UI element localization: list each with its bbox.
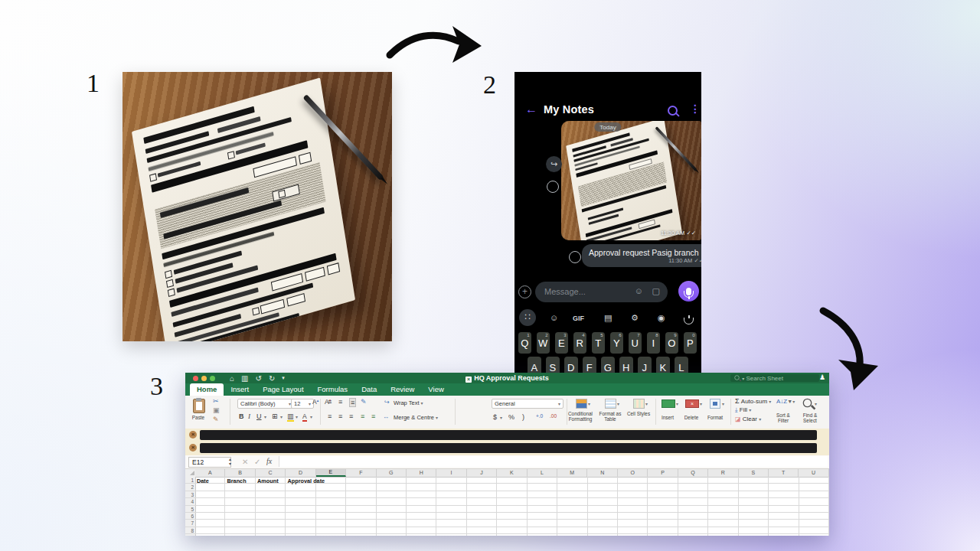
column-header-s[interactable]: S [739, 469, 769, 477]
bold-button[interactable]: B [239, 412, 244, 420]
cell-c1-amount[interactable]: Amount [257, 478, 279, 484]
gif-button[interactable]: GIF [573, 315, 584, 322]
percent-icon[interactable]: % [508, 413, 514, 421]
underline-dropdown-icon[interactable]: ▾ [264, 414, 266, 419]
format-painter-icon[interactable]: ✎ [213, 416, 219, 423]
fx-icon[interactable]: fx [266, 457, 272, 465]
underline-button[interactable]: U [256, 412, 262, 420]
name-box[interactable]: E12 [188, 457, 231, 468]
font-color-icon[interactable]: A [302, 412, 307, 422]
cancel-entry-icon[interactable]: ✕ [242, 458, 248, 466]
conditional-formatting-icon[interactable] [576, 399, 587, 409]
merge-centre-label[interactable]: Merge & Centre ▾ [394, 414, 438, 421]
kebab-menu-icon[interactable]: ⋮ [690, 103, 701, 115]
tab-review[interactable]: Review [384, 383, 421, 396]
row-header-1[interactable]: 1 [185, 477, 195, 484]
format-as-table-label[interactable]: Format as Table [595, 411, 626, 422]
key-p[interactable]: P0 [684, 332, 697, 354]
key-w[interactable]: W2 [537, 332, 550, 354]
orientation-icon[interactable]: ✎ [361, 398, 367, 406]
column-header-c[interactable]: C [256, 469, 286, 477]
column-header-k[interactable]: K [497, 469, 527, 477]
sticker-panel-icon[interactable]: ☺ [550, 313, 558, 322]
column-header-d[interactable]: D [286, 469, 315, 477]
row-header-8[interactable]: 8 [185, 527, 195, 534]
palette-icon[interactable]: ◉ [658, 313, 665, 323]
cell-b1-branch[interactable]: Branch [227, 478, 247, 484]
search-sheet-box[interactable]: ▾ Search Sheet [730, 374, 819, 382]
wrap-text-label[interactable]: Wrap Text ▾ [394, 399, 423, 406]
number-format-select[interactable]: General▾ [492, 399, 564, 409]
column-header-u[interactable]: U [799, 469, 828, 477]
align-top-icon[interactable]: ≡ [328, 398, 332, 406]
increase-font-icon[interactable]: A▴ [312, 398, 318, 406]
insert-cells-icon[interactable] [662, 399, 675, 408]
italic-button[interactable]: I [248, 412, 250, 420]
account-person-icon[interactable]: ♟ [819, 373, 825, 381]
select-message-circle[interactable] [569, 251, 581, 263]
column-header-f[interactable]: F [346, 469, 376, 477]
row-header-6[interactable]: 6 [185, 513, 195, 520]
sticker-icon[interactable]: ▢ [652, 286, 660, 296]
comma-style-icon[interactable]: ) [522, 413, 524, 421]
sort-filter-label[interactable]: Sort & Filter [771, 412, 795, 424]
row-header-2[interactable]: 2 [185, 484, 195, 491]
search-icon[interactable] [668, 106, 678, 116]
row-header-7[interactable]: 7 [185, 520, 195, 527]
settings-gear-icon[interactable]: ⚙ [631, 313, 639, 323]
clipboard-icon[interactable]: ▤ [604, 313, 612, 323]
key-i[interactable]: I8 [647, 332, 661, 354]
column-header-g[interactable]: G [377, 469, 407, 477]
decrease-indent-icon[interactable]: ≡ [361, 412, 364, 420]
tab-insert[interactable]: Insert [224, 383, 256, 396]
delete-cells-icon[interactable]: × [685, 399, 699, 408]
format-cells-icon[interactable] [710, 399, 720, 409]
align-middle-icon[interactable]: ≡ [338, 398, 342, 406]
insert-cells-label[interactable]: Insert [656, 415, 679, 420]
fill-button[interactable]: ⤓ Fill ▾ [735, 406, 751, 414]
find-select-label[interactable]: Find & Select [798, 412, 822, 424]
paste-button[interactable] [193, 399, 205, 413]
column-header-o[interactable]: O [618, 469, 648, 477]
cell-d1-approval-date[interactable]: Approval date [288, 478, 325, 484]
tab-page-layout[interactable]: Page Layout [256, 383, 310, 396]
key-t[interactable]: T5 [592, 332, 606, 354]
column-header-t[interactable]: T [769, 469, 799, 477]
align-bottom-icon[interactable]: ≡ [349, 398, 356, 407]
decrease-decimal-icon[interactable]: .00 [550, 413, 557, 419]
cell-styles-icon[interactable] [633, 399, 645, 409]
message-input[interactable]: Message... ☺ ▢ [535, 282, 668, 302]
autosum-button[interactable]: Σ Auto-sum ▾ [735, 397, 771, 405]
tab-home[interactable]: Home [190, 383, 224, 396]
attach-button[interactable]: + [518, 285, 531, 298]
column-header-q[interactable]: Q [678, 469, 708, 477]
fill-color-icon[interactable]: ▥ [287, 412, 294, 422]
column-header-b[interactable]: B [225, 469, 255, 477]
photo-message[interactable]: 11:30 AM ✓✓ [561, 121, 701, 240]
currency-icon[interactable]: $ [493, 413, 497, 421]
banner-close-icon[interactable]: × [189, 431, 197, 439]
increase-indent-icon[interactable]: ≡ [371, 412, 375, 420]
row-header-3[interactable]: 3 [185, 491, 195, 498]
column-header-n[interactable]: N [587, 469, 617, 477]
column-header-j[interactable]: J [467, 469, 497, 477]
conditional-formatting-label[interactable]: Conditional Formatting [565, 411, 596, 422]
column-header-p[interactable]: P [648, 469, 678, 477]
select-all-corner[interactable]: 1 2 3 4 5 6 7 8 [185, 469, 196, 536]
banner-close-icon[interactable]: × [189, 444, 197, 452]
key-q[interactable]: Q1 [518, 332, 532, 354]
wrap-text-icon[interactable]: ↪ [384, 399, 390, 406]
cell-a1-date[interactable]: Date [197, 478, 209, 484]
keyboard-grid-button[interactable]: ∷ [519, 309, 536, 326]
cell-styles-label[interactable]: Cell Styles [623, 411, 654, 416]
align-center-icon[interactable]: ≡ [338, 412, 342, 420]
column-header-m[interactable]: M [557, 469, 587, 477]
format-as-table-icon[interactable] [605, 399, 616, 409]
forward-button[interactable]: ↪ [546, 156, 562, 172]
column-header-h[interactable]: H [407, 469, 436, 477]
voice-message-button[interactable] [678, 281, 699, 302]
column-header-r[interactable]: R [708, 469, 738, 477]
key-y[interactable]: Y6 [610, 332, 624, 354]
row-header-4[interactable]: 4 [185, 498, 195, 505]
clear-button[interactable]: ◪ Clear ▾ [735, 416, 761, 422]
